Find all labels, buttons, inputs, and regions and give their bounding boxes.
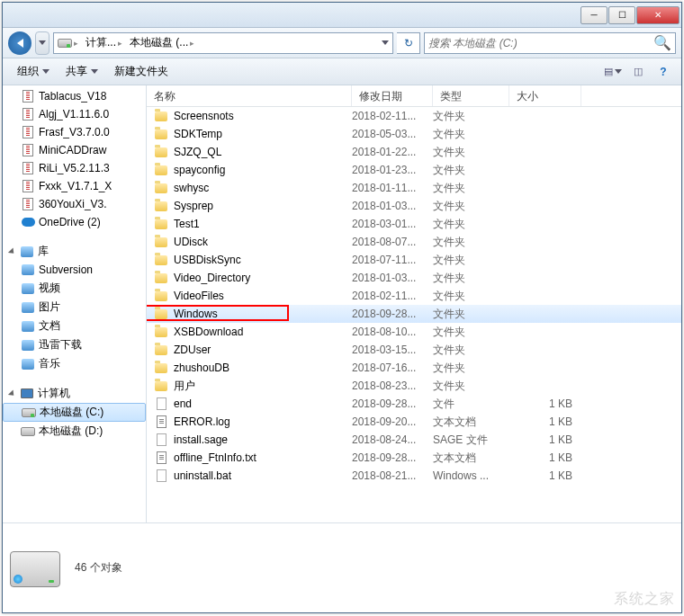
sidebar-item-label: 音乐	[39, 356, 60, 371]
text-file-icon	[154, 415, 168, 429]
status-text: 46 个对象	[75, 560, 122, 576]
address-dropdown[interactable]	[378, 40, 392, 45]
computer-icon	[20, 387, 34, 401]
file-row[interactable]: Video_Directory 2018-01-03... 文件夹	[147, 269, 681, 287]
sidebar-item[interactable]: Algj_V1.11.6.0	[3, 105, 146, 123]
file-row[interactable]: SDKTemp 2018-05-03... 文件夹	[147, 125, 681, 143]
address-bar[interactable]: ▸ 计算... ▸ 本地磁盘 (... ▸	[53, 32, 393, 54]
sidebar-item[interactable]: 图片	[3, 298, 146, 317]
sidebar-item[interactable]: 文档	[3, 317, 146, 335]
file-row[interactable]: swhysc 2018-01-11... 文件夹	[147, 179, 681, 197]
sidebar-item-label: Subversion	[39, 263, 93, 276]
file-row[interactable]: VideoFiles 2018-02-11... 文件夹	[147, 287, 681, 305]
column-name[interactable]: 名称	[147, 85, 352, 106]
drive-icon	[58, 36, 72, 50]
close-button[interactable]: ✕	[636, 6, 680, 24]
sidebar-computer-header[interactable]: 计算机	[3, 382, 146, 403]
refresh-icon: ↻	[404, 37, 413, 49]
chevron-down-icon	[39, 40, 46, 45]
column-type[interactable]: 类型	[433, 85, 509, 106]
file-row[interactable]: USBDiskSync 2018-07-11... 文件夹	[147, 251, 681, 269]
sidebar-item-label: 360YouXi_V3.	[39, 198, 107, 210]
back-button[interactable]	[8, 31, 32, 55]
file-row[interactable]: end 2018-09-28... 文件 1 KB	[147, 395, 681, 413]
file-name: Windows	[174, 308, 218, 320]
refresh-button[interactable]: ↻	[397, 32, 420, 54]
file-date: 2018-09-28...	[352, 308, 433, 320]
file-row[interactable]: Windows 2018-09-28... 文件夹	[147, 305, 681, 323]
help-button[interactable]: ?	[652, 62, 674, 82]
sidebar-item[interactable]: Tablacus_V18	[3, 87, 146, 105]
maximize-button[interactable]: ☐	[608, 6, 635, 24]
file-icon	[154, 397, 168, 411]
sidebar-item[interactable]: 360YouXi_V3.	[3, 195, 146, 213]
file-row[interactable]: zhushouDB 2018-07-16... 文件夹	[147, 359, 681, 377]
file-size: 1 KB	[509, 433, 581, 446]
file-date: 2018-07-16...	[352, 362, 433, 374]
sidebar-item[interactable]: Subversion	[3, 261, 146, 279]
sidebar-item[interactable]: Frasf_V3.7.0.0	[3, 123, 146, 141]
folder-icon	[154, 307, 168, 321]
library-icon	[21, 338, 35, 353]
organize-menu[interactable]: 组织	[10, 60, 57, 83]
sidebar-item[interactable]: 音乐	[3, 354, 146, 373]
archive-icon	[21, 197, 35, 211]
sidebar-item[interactable]: OneDrive (2)	[3, 213, 146, 231]
file-list[interactable]: Screensnots 2018-02-11... 文件夹 SDKTemp 20…	[147, 107, 681, 522]
sidebar-drive[interactable]: 本地磁盘 (C:)	[3, 403, 146, 422]
sidebar-drive[interactable]: 本地磁盘 (D:)	[3, 422, 146, 441]
file-date: 2018-01-03...	[352, 272, 433, 284]
file-row[interactable]: 用户 2018-08-23... 文件夹	[147, 377, 681, 395]
file-type: 文件	[433, 397, 509, 412]
file-row[interactable]: spayconfig 2018-01-23... 文件夹	[147, 161, 681, 179]
minimize-button[interactable]: ─	[580, 6, 608, 24]
file-name: USBDiskSync	[174, 254, 241, 266]
file-row[interactable]: uninstall.bat 2018-08-21... Windows ... …	[147, 467, 681, 485]
sidebar-item[interactable]: Fxxk_V1.7.1_X	[3, 177, 146, 195]
file-row[interactable]: ZDUser 2018-03-15... 文件夹	[147, 341, 681, 359]
file-name: 用户	[174, 379, 195, 394]
folder-icon	[154, 235, 168, 249]
archive-icon	[21, 89, 35, 103]
preview-pane-button[interactable]: ◫	[627, 62, 649, 82]
history-dropdown[interactable]	[35, 31, 50, 55]
breadcrumb-segment[interactable]: 计算... ▸	[82, 35, 126, 50]
sidebar-item[interactable]: MiniCADDraw	[3, 141, 146, 159]
column-date[interactable]: 修改日期	[352, 85, 433, 106]
file-date: 2018-09-28...	[352, 451, 433, 464]
file-row[interactable]: Test1 2018-03-01... 文件夹	[147, 215, 681, 233]
file-row[interactable]: UDisck 2018-08-07... 文件夹	[147, 233, 681, 251]
column-size[interactable]: 大小	[509, 85, 581, 106]
file-date: 2018-09-20...	[352, 415, 433, 428]
file-row[interactable]: offline_FtnInfo.txt 2018-09-28... 文本文档 1…	[147, 449, 681, 467]
file-name: install.sage	[174, 433, 228, 446]
search-input[interactable]	[428, 37, 653, 49]
file-name: offline_FtnInfo.txt	[174, 451, 256, 464]
folder-icon	[154, 217, 168, 231]
navigation-pane[interactable]: Tablacus_V18Algj_V1.11.6.0Frasf_V3.7.0.0…	[3, 85, 147, 522]
new-folder-button[interactable]: 新建文件夹	[107, 60, 176, 83]
sidebar-item-label: Fxxk_V1.7.1_X	[39, 180, 112, 192]
file-row[interactable]: SJZQ_QL 2018-01-22... 文件夹	[147, 143, 681, 161]
file-row[interactable]: Screensnots 2018-02-11... 文件夹	[147, 107, 681, 125]
breadcrumb-root[interactable]: ▸	[54, 36, 82, 50]
share-menu[interactable]: 共享	[58, 60, 105, 83]
file-row[interactable]: Sysprep 2018-01-03... 文件夹	[147, 197, 681, 215]
sidebar-library-header[interactable]: 库	[3, 240, 146, 261]
search-box[interactable]: 🔍	[424, 32, 676, 54]
file-name: end	[174, 397, 192, 410]
file-row[interactable]: XSBDownload 2018-08-10... 文件夹	[147, 323, 681, 341]
file-type: 文件夹	[433, 145, 509, 160]
sidebar-item-label: Tablacus_V18	[39, 90, 106, 103]
file-type: 文件夹	[433, 199, 509, 214]
drive-large-icon	[10, 546, 64, 591]
sidebar-item[interactable]: 视频	[3, 279, 146, 298]
file-row[interactable]: install.sage 2018-08-24... SAGE 文件 1 KB	[147, 431, 681, 449]
file-type: 文件夹	[433, 289, 509, 304]
view-options-button[interactable]: ▤	[602, 62, 624, 82]
sidebar-item[interactable]: 迅雷下载	[3, 335, 146, 354]
file-row[interactable]: ERROR.log 2018-09-20... 文本文档 1 KB	[147, 413, 681, 431]
folder-icon	[154, 163, 168, 177]
sidebar-item[interactable]: RiLi_V5.2.11.3	[3, 159, 146, 177]
breadcrumb-segment[interactable]: 本地磁盘 (... ▸	[126, 35, 198, 50]
